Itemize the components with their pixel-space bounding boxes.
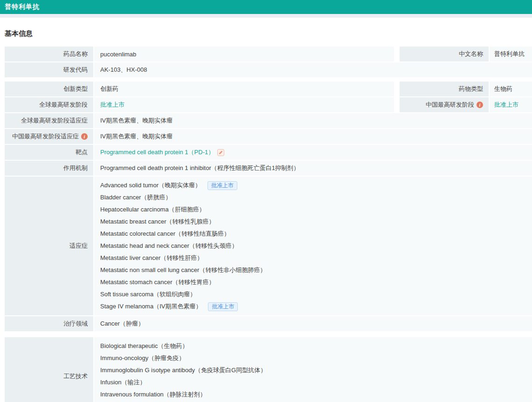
technology-item: Immuno-oncology（肿瘤免疫） [100,352,185,364]
target-link[interactable]: Programmed cell death protein 1（PD-1） [100,148,214,157]
indication-item: Metastatic colorectal cancer（转移性结直肠癌） [100,228,230,240]
indication-item: Metastatic breast cancer（转移性乳腺癌） [100,216,215,228]
page-header: 普特利单抗 [0,0,532,14]
cn-name-value: 普特利单抗 [490,47,532,61]
edit-link-icon[interactable] [217,149,224,156]
column-gap [394,97,400,112]
basic-info-table: 药品名称 pucotenlimab 中文名称 普特利单抗 研发代码 AK-103… [5,47,532,402]
indication-item: Metastatic stomach cancer（转移性胃癌） [100,276,215,288]
section-title-basic-info: 基本信息 [5,29,532,38]
drug-type-label: 药物类型 [400,82,489,96]
row-technology: 工艺技术 Biological therapeutic（生物药） Immuno-… [5,337,532,402]
technology-item: Immunoglobulin G isotype antibody（免疫球蛋白G… [100,364,266,376]
row-therapy-area: 治疗领域 Cancer（肿瘤） [5,316,532,331]
drug-name-value: pucotenlimab [94,47,394,61]
indication-text: Bladder cancer（膀胱癌） [100,191,171,204]
row-drug-name: 药品名称 pucotenlimab 中文名称 普特利单抗 [5,47,532,61]
indication-item: Soft tissue sarcoma（软组织肉瘤） [100,288,196,300]
therapy-area-value: Cancer（肿瘤） [94,316,532,331]
indication-text: Metastatic breast cancer（转移性乳腺癌） [100,216,215,228]
indication-text: Metastatic head and neck cancer（转移性头颈癌） [100,240,238,252]
column-gap [394,82,400,96]
indication-text: Metastatic liver cancer（转移性肝癌） [100,252,203,264]
row-innovation-type: 创新类型 创新药 药物类型 生物药 [5,82,532,96]
indication-item: Bladder cancer（膀胱癌） [100,191,171,204]
innovation-type-value: 创新药 [94,82,394,96]
row-rd-code: 研发代码 AK-103、HX-008 [5,62,532,77]
global-phase-indication-label: 全球最高研发阶段适应症 [5,113,93,128]
china-highest-phase-label: 中国最高研发阶段 i [400,97,489,112]
china-highest-phase-label-text: 中国最高研发阶段 [426,101,474,109]
mechanism-label: 作用机制 [5,161,93,176]
global-highest-phase-value: 批准上市 [94,97,394,112]
rd-code-label: 研发代码 [5,62,93,77]
drug-detail-page: 普特利单抗 基本信息 药品名称 pucotenlimab 中文名称 普特利单抗 … [0,0,532,402]
info-icon[interactable]: i [477,102,483,108]
subheader-strip [0,14,532,18]
indications-label: 适应症 [5,177,93,315]
row-indications: 适应症 Advanced solid tumor（晚期实体瘤） 批准上市 Bla… [5,177,532,315]
page-title: 普特利单抗 [5,3,40,11]
technology-item: Infusion（输注） [100,376,146,388]
indication-text: Stage IV melanoma（IV期黑色素瘤） [100,300,201,313]
global-highest-phase-label: 全球最高研发阶段 [5,97,93,112]
indication-text: Soft tissue sarcoma（软组织肉瘤） [100,288,196,300]
mechanism-value: Programmed cell death protein 1 inhibito… [94,161,532,176]
indication-item: Metastatic non small cell lung cancer（转移… [100,264,266,276]
global-phase-indication-value: IV期黑色素瘤、晚期实体瘤 [94,113,532,128]
drug-name-label: 药品名称 [5,47,93,61]
indication-item: Metastatic liver cancer（转移性肝癌） [100,252,203,264]
technology-value: Biological therapeutic（生物药） Immuno-oncol… [94,337,532,402]
indication-item: Stage IV melanoma（IV期黑色素瘤） 批准上市 [100,300,238,313]
row-mechanism: 作用机制 Programmed cell death protein 1 inh… [5,161,532,176]
indication-text: Advanced solid tumor（晚期实体瘤） [100,179,201,191]
target-value: Programmed cell death protein 1（PD-1） [94,145,532,160]
drug-type-value: 生物药 [490,82,532,96]
indication-item: Hepatocellular carcinoma（肝细胞癌） [100,204,205,216]
indications-value: Advanced solid tumor（晚期实体瘤） 批准上市 Bladder… [94,177,532,315]
china-phase-link[interactable]: 批准上市 [494,101,518,109]
row-global-phase-indication: 全球最高研发阶段适应症 IV期黑色素瘤、晚期实体瘤 [5,113,532,128]
row-china-phase-indication: 中国最高研发阶段适应症 i IV期黑色素瘤、晚期实体瘤 [5,129,532,144]
content-area: 基本信息 药品名称 pucotenlimab 中文名称 普特利单抗 研发代码 A… [0,29,532,402]
indication-text: Metastatic colorectal cancer（转移性结直肠癌） [100,228,230,240]
indication-text: Metastatic non small cell lung cancer（转移… [100,264,266,276]
indication-text: Metastatic stomach cancer（转移性胃癌） [100,276,215,288]
cn-name-label: 中文名称 [400,47,489,61]
therapy-area-label: 治疗领域 [5,316,93,331]
innovation-type-label: 创新类型 [5,82,93,96]
china-highest-phase-value: 批准上市 [490,97,532,112]
technology-item: Intravenous formulation（静脉注射剂） [100,388,206,401]
indication-text: Hepatocellular carcinoma（肝细胞癌） [100,204,205,216]
target-label: 靶点 [5,145,93,160]
indication-item: Advanced solid tumor（晚期实体瘤） 批准上市 [100,179,237,191]
info-icon[interactable]: i [81,133,88,140]
approval-status-badge: 批准上市 [208,302,238,311]
technology-item: Biological therapeutic（生物药） [100,340,188,352]
global-phase-link[interactable]: 批准上市 [100,101,124,109]
china-phase-indication-value: IV期黑色素瘤、晚期实体瘤 [94,129,532,144]
column-gap [394,47,400,61]
indication-item: Metastatic head and neck cancer（转移性头颈癌） [100,240,238,252]
china-phase-indication-label: 中国最高研发阶段适应症 i [5,129,93,144]
row-highest-phase: 全球最高研发阶段 批准上市 中国最高研发阶段 i 批准上市 [5,97,532,112]
pencil-icon [219,150,223,155]
technology-label: 工艺技术 [5,337,93,402]
row-target: 靶点 Programmed cell death protein 1（PD-1） [5,145,532,160]
approval-status-badge: 批准上市 [207,181,237,190]
china-phase-indication-label-text: 中国最高研发阶段适应症 [12,132,79,141]
rd-code-value: AK-103、HX-008 [94,62,532,77]
